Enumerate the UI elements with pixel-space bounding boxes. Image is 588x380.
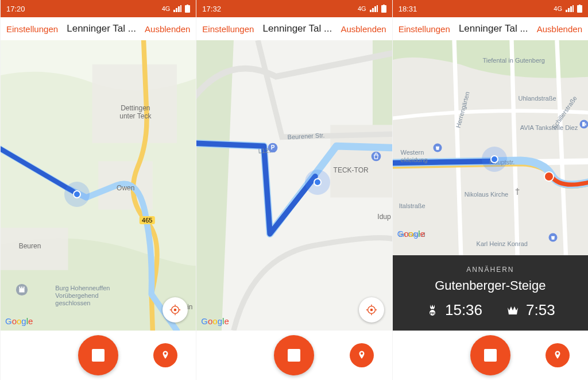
hide-link[interactable]: Ausblenden <box>145 24 190 34</box>
battery-icon <box>381 5 386 13</box>
nav-bar: Einstellungen Lenninger Tal ... Ausblend… <box>1 17 196 40</box>
signal-icon <box>173 5 181 12</box>
waypoint-button[interactable] <box>546 343 570 367</box>
segment-start-marker <box>544 171 554 182</box>
map-label-idup: Idup <box>377 213 390 221</box>
status-bar: 17:32 4G <box>196 0 392 17</box>
map-label-tiefental: Tiefental in Gutenberg <box>482 57 544 64</box>
road-shield-465: 465 <box>140 216 154 224</box>
pin-icon <box>160 350 171 360</box>
status-time: 17:20 <box>6 5 25 13</box>
svg-rect-7 <box>22 287 23 289</box>
signal-icon <box>370 5 378 12</box>
segment-name: Gutenberger-Steige <box>403 278 578 293</box>
pr-time-value: 15:36 <box>445 301 482 319</box>
status-indicators: 4G <box>358 5 386 13</box>
svg-text:P: P <box>271 144 275 151</box>
status-time: 17:32 <box>202 5 221 13</box>
map-label-avia: AVIA Tankstelle Diez <box>520 124 578 131</box>
shop-icon-1[interactable] <box>432 143 443 153</box>
map-label-tecktor: TECK-TOR <box>334 167 369 175</box>
waypoint-button[interactable] <box>350 343 374 367</box>
google-attribution: Google <box>201 316 229 326</box>
stop-recording-button[interactable] <box>78 335 118 375</box>
waypoint-button[interactable] <box>153 343 177 367</box>
status-indicators: 4G <box>162 5 191 13</box>
page-title: Lenninger Tal ... <box>67 23 136 34</box>
map-area[interactable]: Beurener Str. L1210 TECK-TOR Idup P Goog… <box>196 40 392 331</box>
shopping-icon[interactable] <box>370 151 382 162</box>
user-location-dot <box>305 170 330 195</box>
stop-icon <box>484 349 497 362</box>
settings-link[interactable]: Einstellungen <box>202 24 254 34</box>
segment-approach-panel: ANNÄHERN Gutenberger-Steige PR 15:36 7:5… <box>393 255 588 331</box>
status-bar: 18:31 4G <box>393 0 588 17</box>
status-time: 18:31 <box>399 5 417 13</box>
church-icon[interactable] <box>513 187 522 196</box>
stop-recording-button[interactable] <box>274 335 314 375</box>
pr-time-block: PR 15:36 <box>425 301 482 319</box>
page-title: Lenninger Tal ... <box>459 23 528 34</box>
svg-rect-5 <box>20 289 25 293</box>
svg-rect-8 <box>24 287 25 289</box>
kom-time-block: 7:53 <box>505 301 555 319</box>
signal-icon <box>566 5 574 12</box>
phone-3: 18:31 4G Einstellungen Lenninger Tal ...… <box>392 0 588 380</box>
status-indicators: 4G <box>554 5 582 13</box>
battery-icon <box>577 5 582 13</box>
stop-icon <box>92 349 105 362</box>
settings-link[interactable]: Einstellungen <box>399 24 450 34</box>
map-label-western: Westernekleidung <box>401 149 428 163</box>
locate-me-button[interactable] <box>359 297 384 323</box>
crosshair-icon <box>169 304 181 316</box>
google-attribution: Google <box>397 229 425 239</box>
page-title: Lenninger Tal ... <box>263 23 332 34</box>
pin-icon <box>357 350 367 360</box>
map-label-nikolaus: Nikolaus Kirche <box>465 190 508 198</box>
map-label-italstr: Italstraße <box>399 202 425 210</box>
kom-crown-icon <box>505 304 520 317</box>
bottom-controls <box>196 331 392 380</box>
bottom-controls <box>393 331 588 380</box>
status-bar: 17:20 4G <box>1 0 196 17</box>
bottom-controls <box>1 331 196 380</box>
settings-link[interactable]: Einstellungen <box>6 24 58 34</box>
kom-time-value: 7:53 <box>526 301 555 319</box>
network-label: 4G <box>554 5 562 12</box>
stop-icon <box>288 349 300 362</box>
network-label: 4G <box>358 5 366 12</box>
pr-medal-icon: PR <box>425 304 439 317</box>
gas-station-icon[interactable] <box>579 119 588 129</box>
nav-bar: Einstellungen Lenninger Tal ... Ausblend… <box>196 17 392 40</box>
locate-me-button[interactable] <box>163 297 188 323</box>
shop-icon-2[interactable] <box>548 232 558 243</box>
map-label-uhland: Uhlandstraße <box>518 95 556 102</box>
map-background <box>196 40 392 331</box>
hide-link[interactable]: Ausblenden <box>537 24 582 34</box>
castle-poi-icon[interactable] <box>16 283 28 296</box>
nav-bar: Einstellungen Lenninger Tal ... Ausblend… <box>393 17 588 40</box>
map-area[interactable]: Dettingenunter Teck Owen Beuren Lennin 4… <box>1 40 196 331</box>
map-label-beuren: Beuren <box>19 243 41 251</box>
stop-recording-button[interactable] <box>470 335 510 375</box>
map-label-konrad: Karl Heinz Konrad <box>477 240 528 247</box>
crosshair-icon <box>365 304 378 316</box>
poi-castle-label: Burg HohenneuffenVorübergehendgeschlosse… <box>55 285 110 306</box>
phone-1: 17:20 4G Einstellungen Lenninger Tal ...… <box>0 0 196 380</box>
network-label: 4G <box>162 5 171 12</box>
segment-approach-label: ANNÄHERN <box>403 266 578 274</box>
phone-2: 17:32 4G Einstellungen Lenninger Tal ...… <box>196 0 392 380</box>
svg-text:PR: PR <box>430 312 435 315</box>
parking-icon[interactable]: P <box>267 142 278 153</box>
hide-link[interactable]: Ausblenden <box>341 24 386 34</box>
map-area[interactable]: Tiefental in Gutenberg AVIA Tankstelle D… <box>393 40 588 331</box>
svg-rect-6 <box>20 287 21 289</box>
map-label-dettingen: Dettingenunter Teck <box>119 105 151 121</box>
svg-point-10 <box>174 309 177 312</box>
svg-point-17 <box>370 309 373 312</box>
pin-icon <box>552 350 563 360</box>
svg-rect-20 <box>582 122 585 127</box>
map-label-owen: Owen <box>117 185 134 193</box>
user-location-dot <box>64 182 90 207</box>
svg-rect-21 <box>585 124 586 126</box>
